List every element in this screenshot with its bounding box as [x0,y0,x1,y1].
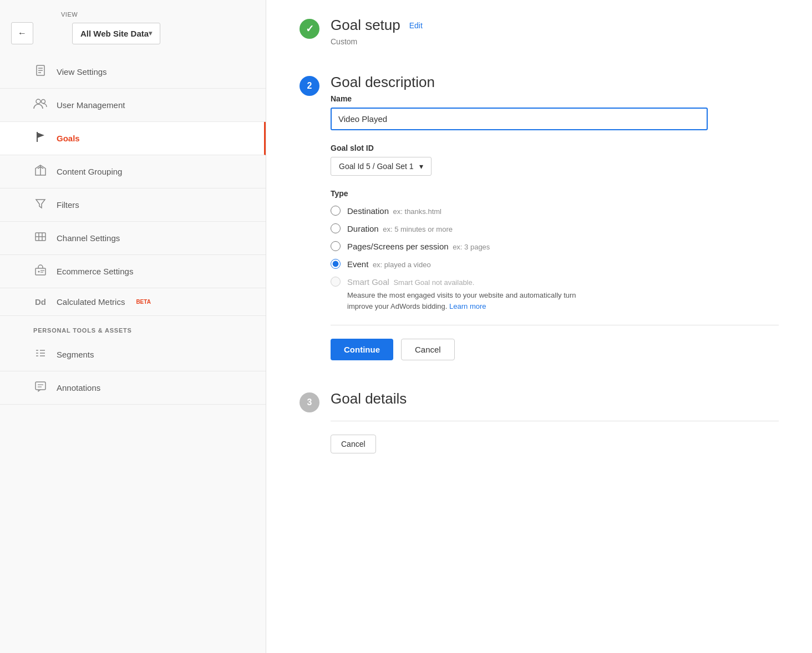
segments-icon [33,347,48,362]
sidebar-item-goals[interactable]: Goals [0,122,266,155]
step3-circle: 3 [300,392,319,412]
sidebar-item-content-grouping[interactable]: Content Grouping [0,155,266,188]
view-dropdown-label: All Web Site Data [80,29,149,38]
step2-title: Goal description [331,74,435,91]
smart-goal-description: Measure the most engaged visits to your … [347,290,702,312]
step3-cancel-button[interactable]: Cancel [331,435,376,453]
svg-point-5 [42,100,45,104]
svg-rect-14 [35,268,45,275]
duration-radio[interactable] [331,223,341,233]
svg-point-4 [36,99,40,104]
sidebar-item-label: Channel Settings [57,233,120,243]
ecommerce-icon [33,264,48,279]
checkmark-icon: ✓ [306,23,314,35]
sidebar-item-calculated-metrics[interactable]: Dd Calculated Metrics BETA [0,288,266,316]
filter-icon [33,197,48,212]
event-label: Event ex: played a video [347,259,431,269]
sidebar-item-label: Goals [57,134,80,143]
sidebar-item-label: View Settings [57,67,107,76]
flag-icon [33,131,48,146]
sidebar-item-channel-settings[interactable]: Channel Settings [0,222,266,255]
step3-header: Goal details [331,390,779,407]
svg-marker-9 [36,200,45,208]
step1-content: Goal setup Edit Custom [331,17,779,57]
step3-section: 3 Goal details Cancel [300,390,779,453]
step2-section: 2 Goal description Name Goal slot ID Goa… [300,74,779,374]
svg-rect-24 [35,382,45,390]
sidebar-item-filters[interactable]: Filters [0,188,266,222]
smart-goal-label: Smart Goal Smart Goal not available. [347,277,474,287]
personal-tools-label: PERSONAL TOOLS & ASSETS [0,316,266,338]
radio-event[interactable]: Event ex: played a video [331,259,779,269]
sidebar-item-view-settings[interactable]: View Settings [0,55,266,89]
svg-point-15 [38,271,40,273]
sidebar-item-label: Filters [57,200,79,210]
goal-slot-dropdown[interactable]: Goal Id 5 / Goal Set 1 ▾ [331,157,432,176]
back-icon: ← [18,28,27,38]
radio-duration[interactable]: Duration ex: 5 minutes or more [331,223,779,233]
beta-badge: BETA [136,299,150,305]
view-dropdown[interactable]: All Web Site Data ▾ [72,23,160,44]
step1-title: Goal setup [331,17,400,34]
page-icon [33,64,48,79]
sidebar-item-user-management[interactable]: User Management [0,89,266,122]
sidebar-item-ecommerce-settings[interactable]: Ecommerce Settings [0,255,266,288]
event-radio[interactable] [331,259,341,269]
sidebar-item-label: Content Grouping [57,167,122,176]
sidebar-item-segments[interactable]: Segments [0,338,266,371]
duration-label: Duration ex: 5 minutes or more [347,224,453,233]
learn-more-link[interactable]: Learn more [449,302,486,310]
goal-slot-value: Goal Id 5 / Goal Set 1 [339,162,414,171]
name-input[interactable] [331,108,708,130]
smart-goal-radio[interactable] [331,277,341,287]
radio-pages-screens[interactable]: Pages/Screens per session ex: 3 pages [331,241,779,251]
radio-smart-goal[interactable]: Smart Goal Smart Goal not available. [331,277,779,287]
sidebar-item-label: Annotations [57,383,100,392]
sidebar-item-annotations[interactable]: Annotations [0,371,266,405]
cancel-button[interactable]: Cancel [401,339,455,360]
step1-section: ✓ Goal setup Edit Custom [300,17,779,57]
pages-screens-radio[interactable] [331,241,341,251]
continue-button[interactable]: Continue [331,339,393,360]
sidebar-item-label: Calculated Metrics [57,297,125,307]
pages-screens-label: Pages/Screens per session ex: 3 pages [347,242,490,251]
step3-content: Goal details Cancel [331,390,779,453]
divider [331,325,779,325]
step3-divider [331,421,779,421]
step2-circle: 2 [300,76,319,96]
step2-content: Goal description Name Goal slot ID Goal … [331,74,779,374]
sidebar: VIEW ← All Web Site Data ▾ View Settings [0,0,266,653]
destination-label: Destination ex: thanks.html [347,206,441,216]
step2-header: Goal description [331,74,779,91]
annotations-icon [33,380,48,395]
channel-icon [33,231,48,246]
step1-subtitle: Custom [331,37,779,46]
step1-edit-link[interactable]: Edit [409,21,423,30]
back-button[interactable]: ← [11,22,33,44]
radio-destination[interactable]: Destination ex: thanks.html [331,206,779,216]
destination-radio[interactable] [331,206,341,216]
view-label: VIEW [0,11,266,22]
dd-icon: Dd [33,297,48,307]
sidebar-item-label: Segments [57,350,94,359]
goal-slot-label: Goal slot ID [331,144,779,152]
chevron-down-icon: ▾ [149,29,152,37]
sidebar-item-label: User Management [57,100,125,110]
step3-title: Goal details [331,390,407,407]
name-label: Name [331,94,779,103]
content-icon [33,164,48,179]
users-icon [33,98,48,113]
button-row: Continue Cancel [331,339,779,360]
type-label: Type [331,189,779,198]
step2-number: 2 [307,81,312,91]
step1-header: Goal setup Edit [331,17,779,34]
main-content: ✓ Goal setup Edit Custom 2 Goal descript… [266,0,812,653]
sidebar-item-label: Ecommerce Settings [57,267,133,276]
step1-circle: ✓ [300,19,319,39]
step3-number: 3 [307,397,312,407]
chevron-down-icon: ▾ [419,162,423,171]
